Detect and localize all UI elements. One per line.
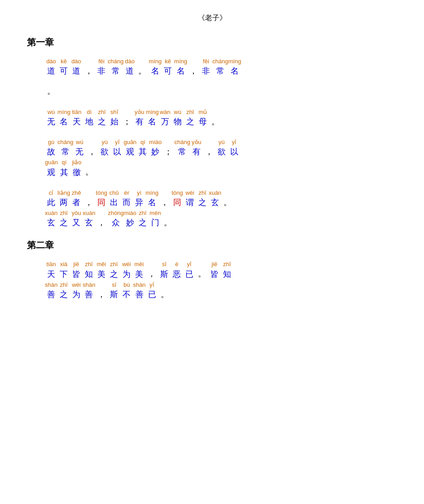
chinese-char: 道 xyxy=(126,66,134,77)
chinese-char: 皆 xyxy=(210,269,219,280)
pinyin: kě xyxy=(165,57,171,66)
chinese-char: 玄 xyxy=(47,217,55,228)
chinese-char: 有 xyxy=(192,146,201,158)
punct-char: 。 xyxy=(198,268,206,280)
char-col: sī斯 xyxy=(108,281,120,300)
chinese-char: 之 xyxy=(98,116,106,127)
pinyin: shàn xyxy=(133,281,145,289)
punct-char: 。 xyxy=(47,86,55,97)
pinyin: ér xyxy=(124,189,129,197)
pinyin: fēi xyxy=(98,57,105,66)
char-col: zhī之 xyxy=(96,108,108,127)
pinyin: mǔ xyxy=(198,108,207,116)
text-block: cǐ此liǎng两zhě者 ，tóng同chū出ér而yì异míng名 ，tón… xyxy=(45,189,397,229)
pinyin: míng xyxy=(174,57,187,66)
pinyin: miào xyxy=(124,209,136,217)
char-col: yǐ已 xyxy=(146,281,158,300)
chinese-char: 善 xyxy=(85,289,93,300)
chinese-char: 为 xyxy=(72,289,80,300)
chinese-char: 异 xyxy=(135,197,143,208)
char-col: zhī之 xyxy=(184,108,197,127)
text-block: dào道kě可dào道 ，fēi非cháng常dào道 。míng名kě可mín… xyxy=(45,57,397,97)
line-line5b: shàn善zhī之wéi为shàn善 ，sī斯bù不shàn善yǐ已 。 xyxy=(45,281,397,300)
char-col: tiān天 xyxy=(45,260,57,280)
chinese-char: 无 xyxy=(75,146,83,158)
pinyin: xuán xyxy=(83,209,95,217)
char-col: wú无 xyxy=(45,108,57,127)
chapter-chapter2: 第二章tiān天xià下jiē皆zhī知měi美zhī之wéi为měi美 ，sī… xyxy=(27,239,397,300)
chinese-char: 万 xyxy=(161,116,169,127)
chinese-char: 之 xyxy=(198,197,206,208)
char-col: jiē皆 xyxy=(208,260,221,280)
punct-char: ， xyxy=(85,66,93,77)
pinyin: wàn xyxy=(160,108,170,116)
page-container: 《老子》 第一章dào道kě可dào道 ，fēi非cháng常dào道 。mín… xyxy=(27,13,397,300)
chinese-char: 常 xyxy=(112,66,120,77)
char-col: zhī之 xyxy=(57,209,70,228)
pinyin: tóng xyxy=(96,189,107,197)
chinese-char: 徼 xyxy=(73,167,81,178)
pinyin: yǐ xyxy=(232,138,237,146)
punct-char: 。 xyxy=(211,116,219,127)
pinyin: měi xyxy=(97,260,106,268)
pinyin: wèi xyxy=(185,189,194,197)
punct-char: ， xyxy=(205,146,213,158)
char-col: mǔ母 xyxy=(197,108,209,127)
char-col: tóng同 xyxy=(171,189,184,208)
char-col: ， xyxy=(83,57,95,77)
chinese-char: 此 xyxy=(47,197,55,208)
char-col: ， xyxy=(95,209,108,228)
pinyin: zhī xyxy=(198,189,206,197)
pinyin: zhě xyxy=(72,189,81,197)
char-col: 。 xyxy=(83,158,96,178)
pinyin: míng xyxy=(228,57,241,66)
pinyin: bù xyxy=(123,281,130,289)
chinese-char: 名 xyxy=(151,66,159,77)
punct-char: 。 xyxy=(85,167,93,178)
chinese-char: 知 xyxy=(85,269,93,280)
char-col: wéi为 xyxy=(120,260,133,280)
chinese-char: 其 xyxy=(60,167,68,178)
chinese-char: 名 xyxy=(177,66,185,77)
pinyin: wú xyxy=(76,138,83,146)
char-col: sī斯 xyxy=(158,260,170,280)
chinese-char: 皆 xyxy=(72,269,80,280)
char-col: 。 xyxy=(136,57,149,77)
char-col: 。 xyxy=(162,209,174,228)
chinese-char: 观 xyxy=(47,167,55,178)
punct-char: 。 xyxy=(164,217,172,228)
pinyin: dào xyxy=(125,57,135,66)
chinese-char: 同 xyxy=(97,197,105,208)
pinyin: tóng xyxy=(172,189,183,197)
char-col: cháng常 xyxy=(175,138,190,158)
char-col: zhě者 xyxy=(70,189,83,208)
chinese-char: 之 xyxy=(60,289,68,300)
char-col: yǐ以 xyxy=(228,138,240,158)
pinyin: zhī xyxy=(98,108,105,116)
pinyin: mén xyxy=(149,209,161,217)
char-col: xuán玄 xyxy=(83,209,95,228)
char-col: zhòng众 xyxy=(108,209,123,228)
chinese-char: 斯 xyxy=(160,269,168,280)
char-col: xuán玄 xyxy=(45,209,57,228)
punct-char: ； xyxy=(123,116,131,127)
pinyin: tiān xyxy=(72,108,81,116)
char-col: gù故 xyxy=(45,138,57,158)
pinyin: cháng xyxy=(57,138,73,146)
char-col: kě可 xyxy=(162,57,174,77)
char-col: shàn善 xyxy=(133,281,145,300)
chinese-char: 妙 xyxy=(151,146,159,158)
chinese-char: 玄 xyxy=(211,197,219,208)
chinese-char: 故 xyxy=(47,146,55,158)
line-line1: dào道kě可dào道 ，fēi非cháng常dào道 。míng名kě可mín… xyxy=(45,57,397,77)
chinese-char: 之 xyxy=(139,217,147,228)
char-col: ； xyxy=(162,138,175,158)
pinyin: shàn xyxy=(83,281,95,289)
chinese-char: 众 xyxy=(112,217,120,228)
chinese-char: 无 xyxy=(47,116,55,127)
char-col: ， xyxy=(187,57,200,77)
char-col: wù物 xyxy=(171,108,184,127)
pinyin: sī xyxy=(112,281,116,289)
char-col: zhī之 xyxy=(57,281,70,300)
punct-char: 。 xyxy=(138,66,146,77)
